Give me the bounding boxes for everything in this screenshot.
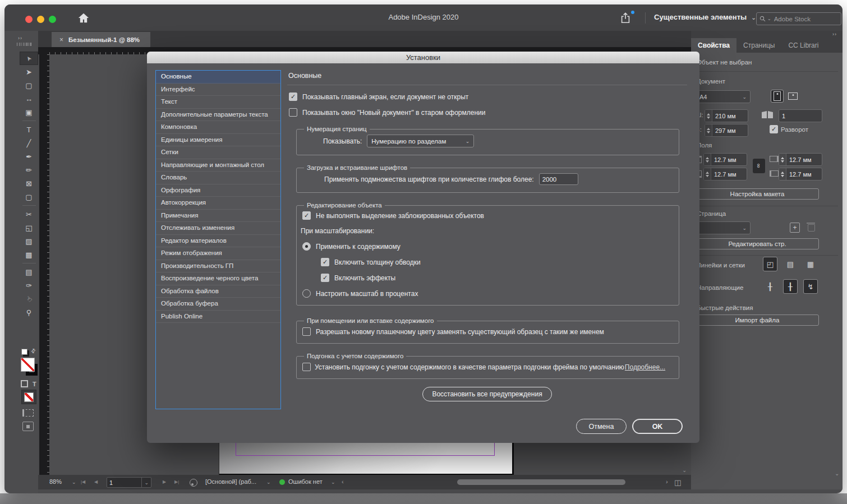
scroll-down-icon[interactable]: ⌄ — [835, 470, 839, 477]
margin-top-field[interactable]: 12.7 мм — [703, 153, 747, 166]
stepper-icon[interactable] — [779, 168, 786, 180]
pref-category-item[interactable]: Режим отображения — [156, 247, 280, 260]
first-spread-button[interactable]: |◀ — [81, 479, 85, 484]
reset-warnings-button[interactable]: Восстановить все предупреждения — [422, 387, 551, 401]
expand-panel-icon[interactable]: ›› — [18, 35, 22, 41]
preflight-icon[interactable] — [190, 479, 197, 487]
split-window-icon[interactable]: ◫ — [674, 478, 681, 487]
apply-none-button[interactable] — [21, 390, 36, 404]
pref-category-item[interactable]: Направляющие и монтажный стол — [156, 159, 280, 172]
page-numbering-select[interactable]: Нумерацию по разделам ⌄ — [367, 135, 474, 147]
height-field[interactable]: 297 мм — [705, 124, 748, 137]
scissors-tool[interactable]: ✂ — [20, 207, 38, 221]
add-page-icon[interactable]: + — [790, 223, 800, 233]
document-tab[interactable]: × Безымянный-1 @ 88% — [52, 32, 150, 47]
link-margins-icon[interactable]: ∞ — [753, 159, 765, 173]
zoom-tool[interactable]: ⚲ — [20, 306, 38, 319]
scroll-left-icon[interactable]: ‹ — [342, 478, 344, 485]
chevron-down-icon[interactable]: ⌄ — [72, 479, 76, 485]
search-input[interactable] — [773, 15, 838, 23]
chevron-down-icon[interactable]: ⌄ — [141, 478, 151, 487]
pref-category-item[interactable]: Производительность ГП — [156, 260, 280, 273]
pref-category-item[interactable]: Обработка файлов — [156, 285, 280, 298]
learn-more-link[interactable]: Подробнее... — [625, 363, 665, 371]
dialog-title[interactable]: Установки — [147, 52, 699, 63]
panel-grip-icon[interactable] — [17, 43, 33, 46]
delete-page-icon[interactable] — [808, 224, 815, 232]
preflight-status[interactable]: Ошибок нет — [288, 478, 323, 485]
chevron-down-icon[interactable]: ⌄ — [331, 479, 335, 485]
screen-mode-icon[interactable] — [22, 422, 34, 431]
content-fit-default-checkbox[interactable] — [302, 363, 311, 371]
fill-swatch[interactable] — [21, 358, 35, 372]
formatting-affects-text-icon[interactable]: T — [33, 381, 36, 387]
pref-category-item[interactable]: Сетки — [156, 146, 280, 159]
pref-category-item[interactable]: Текст — [156, 96, 280, 109]
previous-page-button[interactable]: ◀ — [94, 479, 98, 484]
pages-count-field[interactable]: 1 — [779, 109, 822, 122]
import-file-button[interactable]: Импорт файла — [696, 315, 819, 326]
stepper-icon[interactable] — [705, 110, 712, 122]
panel-tab[interactable]: CC Librari — [781, 38, 825, 53]
pref-category-item[interactable]: Автокоррекция — [156, 197, 280, 210]
view-options-icon[interactable] — [22, 409, 34, 417]
scroll-down-icon[interactable]: ⌄ — [682, 467, 687, 473]
pref-category-item[interactable]: Редактор материалов — [156, 235, 280, 248]
margin-inside-field[interactable]: 12.7 мм — [779, 153, 822, 166]
pref-category-item[interactable]: Publish Online — [156, 311, 280, 323]
zoom-level[interactable]: 88% — [49, 478, 62, 485]
margin-outside-field[interactable]: 12.7 мм — [779, 168, 822, 181]
margin-bottom-field[interactable]: 12.7 мм — [703, 168, 747, 181]
include-stroke-checkbox[interactable]: ✓ — [321, 258, 329, 266]
close-tab-icon[interactable]: × — [59, 36, 63, 44]
stepper-icon[interactable] — [705, 124, 712, 136]
show-home-screen-checkbox[interactable]: ✓ — [289, 93, 297, 101]
panel-tab[interactable]: Свойства — [691, 38, 736, 53]
hand-tool[interactable]: ☝ — [20, 292, 38, 306]
formatting-affects-container-icon[interactable] — [21, 380, 28, 387]
pref-category-item[interactable]: Компоновка — [156, 121, 280, 134]
baseline-grid-icon[interactable]: ▤ — [783, 257, 798, 271]
corner-ruler-icon[interactable]: ◰ — [763, 257, 777, 271]
frame-tool[interactable]: ⊠ — [20, 177, 38, 190]
gap-tool[interactable]: ↔ — [20, 92, 38, 105]
pref-category-item[interactable]: Отслеживать изменения — [156, 222, 280, 235]
stepper-icon[interactable] — [704, 154, 711, 165]
swap-fill-stroke-icon[interactable]: ⇄ — [29, 347, 37, 355]
pencil-tool[interactable]: ✏ — [20, 163, 38, 177]
apply-to-content-radio[interactable] — [302, 242, 311, 251]
document-grid-icon[interactable]: ▦ — [803, 257, 818, 271]
pref-category-item[interactable]: Воспроизведение черного цвета — [156, 272, 280, 285]
horizontal-scrollbar[interactable] — [457, 479, 625, 485]
last-spread-button[interactable]: ▶| — [174, 479, 179, 484]
vertical-ruler[interactable] — [39, 54, 49, 475]
stepper-icon[interactable] — [779, 154, 786, 165]
lock-guides-icon[interactable]: ╂ — [783, 279, 798, 294]
page-tool[interactable]: ▢ — [20, 78, 38, 92]
rectangle-tool[interactable]: ▢ — [20, 190, 38, 204]
allow-swatch-replace-checkbox[interactable] — [302, 327, 311, 336]
edit-page-button[interactable]: Редактировать стр. — [696, 238, 819, 249]
page-number-input[interactable] — [107, 479, 141, 486]
default-swatches-icon[interactable] — [21, 349, 27, 355]
portrait-orientation-button[interactable] — [771, 90, 784, 103]
eyedropper-tool[interactable]: ✑ — [20, 279, 38, 292]
ok-button[interactable]: OK — [632, 419, 683, 434]
pref-category-item[interactable]: Интерфейс — [156, 84, 280, 96]
selection-tool[interactable]: ➤ — [20, 52, 38, 65]
width-field[interactable]: 210 мм — [705, 109, 748, 122]
landscape-orientation-button[interactable] — [786, 90, 799, 103]
workspace-switcher[interactable]: Существенные элементы⌄ — [654, 13, 756, 21]
layout-adjust-button[interactable]: Настройка макета — [696, 188, 819, 200]
line-tool[interactable]: ╱ — [20, 136, 38, 150]
free-transform-tool[interactable]: ◱ — [20, 221, 38, 234]
glyph-count-input[interactable] — [539, 173, 578, 185]
search-field[interactable]: ⌄ — [756, 12, 841, 25]
pen-tool[interactable]: ✒ — [20, 150, 38, 163]
page-number-field[interactable]: ⌄ — [107, 477, 151, 488]
direct-selection-tool[interactable]: ➤ — [20, 65, 38, 78]
gradient-feather-tool[interactable]: ▩ — [20, 248, 38, 261]
ruler-origin[interactable] — [38, 47, 50, 54]
panel-tab[interactable]: Страницы — [736, 38, 781, 53]
pref-category-item[interactable]: Дополнительные параметры текста — [156, 109, 280, 122]
